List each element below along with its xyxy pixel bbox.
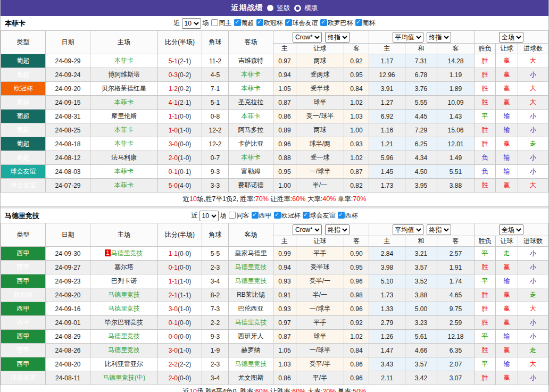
league-filter[interactable]: 欧冠杯 (272, 212, 301, 219)
col-result-let: 让球 (496, 236, 518, 247)
handicap-line: 一/球半 (296, 344, 344, 357)
handicap-away-odds: 0.96 (344, 371, 369, 385)
checkbox-checked-icon[interactable] (274, 212, 281, 219)
halftime-score: (1-1) (178, 291, 191, 299)
vertical-layout-radio[interactable] (267, 5, 273, 11)
result-goals-cell: 小 (518, 123, 548, 137)
checkbox-checked-icon[interactable] (338, 212, 345, 219)
result-let-cell: 赢 (496, 371, 518, 385)
league-filter[interactable]: 欧冠杯 (254, 19, 283, 27)
rounds-select[interactable]: 10 (199, 211, 219, 221)
same-venue-filter[interactable]: 同客 (227, 211, 249, 220)
handicap-home-odds: 0.94 (273, 261, 296, 274)
checkbox-checked-icon[interactable] (234, 19, 241, 26)
away-team-cell: 吉维森特 (229, 54, 273, 68)
checkbox-checked-icon[interactable] (285, 19, 292, 26)
league-filter[interactable]: 葡超 (232, 19, 254, 27)
league-filter-label: 葡超 (242, 19, 254, 27)
checkbox-checked-icon[interactable] (303, 212, 310, 219)
league-filter[interactable]: 球会友谊 (283, 19, 318, 27)
checkbox-checked-icon[interactable] (320, 19, 327, 26)
home-team-name: 比利亚雷亚尔 (105, 360, 143, 368)
halftime-score: (0-0) (178, 113, 191, 120)
checkbox-unchecked-icon[interactable] (229, 212, 236, 219)
league-filter[interactable]: 葡杯 (353, 19, 376, 27)
home-team-name: 博阿维斯塔 (108, 71, 140, 78)
result-let-cell: 赢 (496, 179, 518, 193)
checkbox-checked-icon[interactable] (252, 212, 259, 219)
avg-draw-odds: 3.95 (405, 179, 437, 193)
result-goals-cell: 走 (518, 137, 548, 151)
horizontal-layout-radio[interactable] (294, 5, 301, 12)
competition-badge: 西甲 (1, 357, 46, 371)
match-date: 24-09-01 (46, 316, 90, 330)
competition-badge: 西甲 (1, 274, 46, 288)
match-row: 葡超 24-08-25 本菲卡 1-0(1-0) 12-2 阿马多拉 0.89 … (1, 123, 548, 137)
scope-select[interactable]: 全场 (499, 224, 523, 235)
avg-home-odds: 12.96 (369, 68, 405, 82)
benfica-summary: 近10场,胜7平1负2, 胜率:70% 让胜率:60% 大率:40% 单率:70… (1, 193, 548, 206)
league-filter-label: 球会友谊 (293, 19, 318, 27)
checkbox-unchecked-icon[interactable] (211, 19, 218, 26)
odds-stage-select[interactable]: 终指 (325, 224, 350, 235)
atletico-filter-row: 马德里竞技 近 10 场 同客 西甲欧冠杯球会友谊西杯 (1, 208, 548, 223)
league-filter[interactable]: 欧罗巴杯 (318, 19, 353, 27)
result-goals-cell: 大 (518, 179, 548, 193)
result-wdl-cell: 负 (475, 151, 496, 165)
same-venue-filter[interactable]: 同主 (209, 19, 232, 28)
result-group-header: 全场 (475, 31, 548, 44)
horizontal-layout-label[interactable]: 横版 (305, 4, 318, 13)
checkbox-checked-icon[interactable] (256, 19, 263, 26)
avg-stage-select[interactable]: 终指 (427, 32, 451, 43)
league-filter[interactable]: 西甲 (249, 212, 272, 219)
handicap-line: 受半球 (296, 82, 344, 96)
odds-stage-select[interactable]: 终指 (325, 32, 350, 43)
corner-cell: 7-1 (202, 82, 229, 96)
league-filter[interactable]: 球会友谊 (301, 212, 336, 219)
halftime-score: (1-0) (178, 154, 191, 162)
match-row: 西甲 24-09-30 1马德里竞技 1-1(0-0) 5-5 皇家马德里 0.… (1, 247, 548, 261)
avg-home-odds: 2.84 (369, 247, 405, 261)
score-cell: 0-1(0-1) (158, 165, 202, 179)
result-goals-cell: 走 (518, 344, 548, 357)
halftime-score: (1-0) (178, 278, 191, 285)
away-team-name: 西班牙人 (238, 332, 264, 340)
avg-source-select[interactable]: 平均值 (393, 224, 423, 235)
avg-draw-odds: 6.78 (405, 68, 437, 82)
handicap-line: 受半球 (296, 261, 344, 274)
result-wdl-cell: 胜 (475, 316, 496, 330)
col-home: 主场 (90, 31, 158, 54)
fulltime-score: 3-0 (169, 347, 178, 354)
away-team-name: 本菲卡 (242, 112, 261, 120)
odds-source-select[interactable]: Crow* (293, 224, 322, 235)
competition-badge: 葡超 (1, 68, 46, 82)
result-wdl-cell: 平 (475, 110, 496, 123)
league-filter-label: 球会友谊 (310, 212, 336, 219)
col-avg-home: 主 (369, 44, 405, 54)
league-filter[interactable]: 西杯 (336, 212, 358, 219)
avg-away-odds: 10.09 (437, 96, 475, 110)
result-let-cell: 输 (496, 151, 518, 165)
away-team-name: 本菲卡 (242, 71, 261, 78)
home-team-name: 马德里竞技 (108, 305, 140, 312)
avg-source-select[interactable]: 平均值 (393, 32, 423, 43)
score-cell: 2-0(0-0) (158, 371, 202, 385)
checkbox-checked-icon[interactable] (355, 19, 362, 26)
benfica-filter-row: 本菲卡 近 10 场 同主 葡超欧冠杯球会友谊欧罗巴杯葡杯 (1, 16, 548, 30)
result-wdl-cell: 胜 (475, 123, 496, 137)
col-avg-away: 客 (437, 236, 475, 247)
handicap-line: 半/一 (296, 288, 344, 302)
avg-home-odds: 5.10 (369, 274, 405, 288)
handicap-away-odds: 1.02 (344, 151, 369, 165)
rounds-select[interactable]: 10 (182, 18, 201, 29)
scope-select[interactable]: 全场 (499, 32, 523, 43)
result-let-cell: 输 (496, 110, 518, 123)
vertical-layout-label[interactable]: 竖版 (277, 4, 290, 13)
home-team-cell: 本菲卡 (90, 137, 158, 151)
odds-source-select[interactable]: Crow* (293, 32, 322, 43)
avg-draw-odds: 5.55 (405, 96, 437, 110)
avg-draw-odds: 4.34 (405, 151, 437, 165)
avg-stage-select[interactable]: 终指 (427, 224, 451, 235)
avg-draw-odds: 4.66 (405, 344, 437, 357)
atletico-results-table: 类型 日期 主场 比分(半场) 角球 客场 Crow*终指 平均值终指 全场 主… (1, 223, 548, 385)
